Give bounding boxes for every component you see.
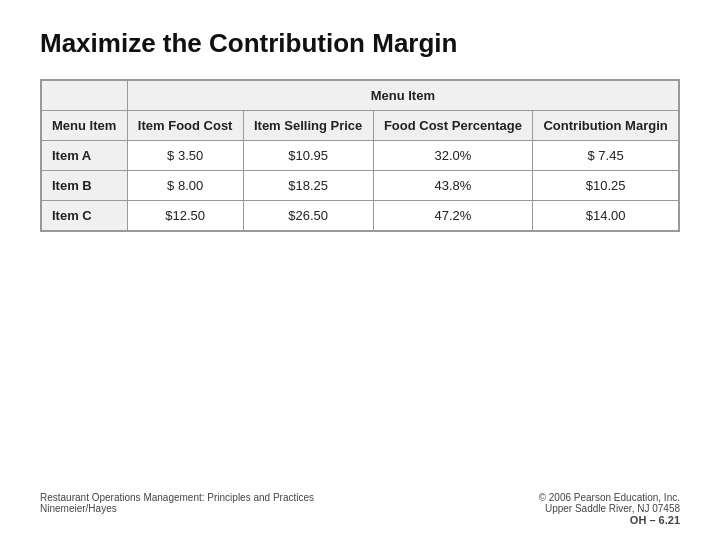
footer-left-line2: Ninemeier/Hayes [40, 503, 314, 514]
col-food-cost: Item Food Cost [127, 111, 243, 141]
row-a-selling-price: $10.95 [243, 141, 373, 171]
table-row: Item C $12.50 $26.50 47.2% $14.00 [42, 201, 679, 231]
table-row: Item A $ 3.50 $10.95 32.0% $ 7.45 [42, 141, 679, 171]
col-contribution-margin: Contribution Margin [533, 111, 679, 141]
footer-right: © 2006 Pearson Education, Inc. Upper Sad… [539, 492, 680, 526]
row-b-cost-pct: 43.8% [373, 171, 533, 201]
row-c-selling-price: $26.50 [243, 201, 373, 231]
row-c-contribution-margin: $14.00 [533, 201, 679, 231]
row-c-cost-pct: 47.2% [373, 201, 533, 231]
row-a-contribution-margin: $ 7.45 [533, 141, 679, 171]
row-a-cost-pct: 32.0% [373, 141, 533, 171]
footer-left-line1: Restaurant Operations Management: Princi… [40, 492, 314, 503]
corner-cell [42, 81, 128, 111]
footer: Restaurant Operations Management: Princi… [40, 492, 680, 526]
row-label-b: Item B [42, 171, 128, 201]
footer-right-line2: Upper Saddle River, NJ 07458 [545, 503, 680, 514]
col-menu-item: Menu Item [42, 111, 128, 141]
row-a-food-cost: $ 3.50 [127, 141, 243, 171]
row-label-c: Item C [42, 201, 128, 231]
table-container: Menu Item Menu Item Item Food Cost Item … [40, 79, 680, 232]
table-row: Item B $ 8.00 $18.25 43.8% $10.25 [42, 171, 679, 201]
footer-left: Restaurant Operations Management: Princi… [40, 492, 314, 526]
span-header: Menu Item [127, 81, 678, 111]
col-selling-price: Item Selling Price [243, 111, 373, 141]
col-cost-pct: Food Cost Percentage [373, 111, 533, 141]
row-b-selling-price: $18.25 [243, 171, 373, 201]
slide-number: OH – 6.21 [630, 514, 680, 526]
footer-right-line1: © 2006 Pearson Education, Inc. [539, 492, 680, 503]
row-label-a: Item A [42, 141, 128, 171]
row-b-contribution-margin: $10.25 [533, 171, 679, 201]
page-title: Maximize the Contribution Margin [0, 0, 720, 79]
row-c-food-cost: $12.50 [127, 201, 243, 231]
row-b-food-cost: $ 8.00 [127, 171, 243, 201]
